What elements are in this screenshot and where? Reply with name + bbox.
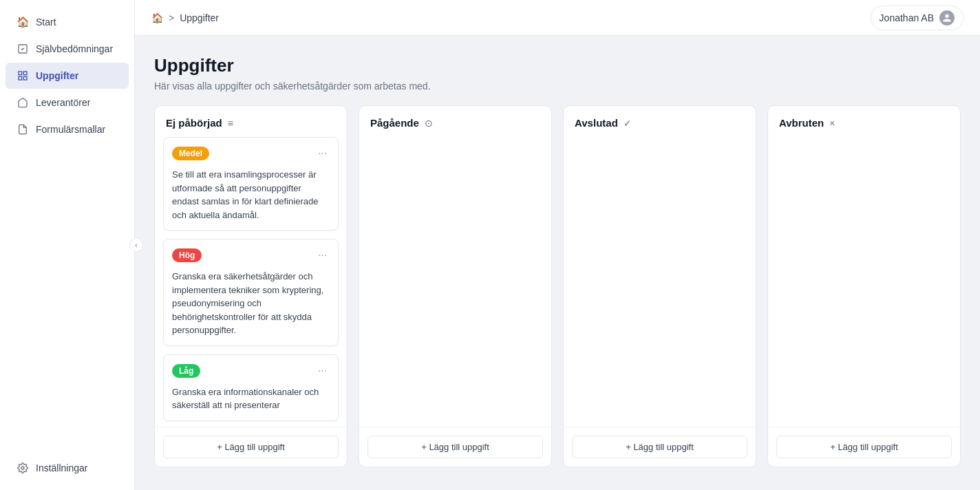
card-header: Låg ··· <box>172 363 330 379</box>
column-title-ej-paborjad: Ej påbörjad <box>166 117 222 129</box>
home-icon[interactable]: 🏠 <box>151 12 163 23</box>
column-title-avbruten: Avbruten <box>779 117 824 129</box>
card-menu-button[interactable]: ··· <box>315 363 330 379</box>
column-header-avslutad: Avslutad ✓ <box>564 106 756 137</box>
sidebar-label-installningar: Inställningar <box>36 462 88 473</box>
breadcrumb: 🏠 > Uppgifter <box>151 12 219 23</box>
column-status-icon-avslutad: ✓ <box>624 118 632 129</box>
svg-point-5 <box>21 467 24 469</box>
kanban-column-pagaende: Pågående ⊙ + Lägg till uppgift <box>359 105 552 467</box>
sidebar-icon-leverantorer <box>17 96 29 109</box>
sidebar-icon-sjalvbedomningar <box>17 43 29 55</box>
priority-badge: Låg <box>172 364 200 378</box>
breadcrumb-current: Uppgifter <box>180 12 219 23</box>
card-text: Se till att era insamlingsprocesser är u… <box>172 168 330 222</box>
sidebar-item-sjalvbedomningar[interactable]: Självbedömningar <box>6 36 129 62</box>
column-cards-ej-paborjad: Medel ··· Se till att era insamlingsproc… <box>155 137 347 427</box>
priority-badge: Hög <box>172 248 202 262</box>
task-card[interactable]: Låg ··· Granska era informationskanaler … <box>163 354 339 421</box>
column-title-pagaende: Pågående <box>370 117 419 129</box>
sidebar-item-installningar[interactable]: Inställningar <box>6 455 129 481</box>
card-text: Granska era säkerhetsåtgärder och implem… <box>172 270 330 337</box>
column-status-icon-avbruten: × <box>829 118 835 129</box>
column-cards-avbruten <box>768 137 960 427</box>
sidebar-item-leverantorer[interactable]: Leverantörer <box>6 89 129 116</box>
avatar <box>939 10 955 25</box>
svg-rect-3 <box>19 76 22 80</box>
column-footer-avbruten: + Lägg till uppgift <box>768 427 960 467</box>
user-name: Jonathan AB <box>880 12 934 23</box>
column-footer-ej-paborjad: + Lägg till uppgift <box>155 427 347 467</box>
task-card[interactable]: Medel ··· Se till att era insamlingsproc… <box>163 137 339 231</box>
kanban-column-avbruten: Avbruten × + Lägg till uppgift <box>767 105 961 467</box>
main-content: 🏠 > Uppgifter Jonathan AB Uppgifter Här … <box>135 0 980 490</box>
sidebar-icon-start: 🏠 <box>17 16 29 28</box>
sidebar-label-start: Start <box>36 17 56 28</box>
column-footer-pagaende: + Lägg till uppgift <box>359 427 551 467</box>
svg-rect-2 <box>23 72 27 75</box>
sidebar-label-leverantorer: Leverantörer <box>36 97 90 108</box>
column-header-pagaende: Pågående ⊙ <box>359 106 551 137</box>
topbar: 🏠 > Uppgifter Jonathan AB <box>135 0 980 36</box>
sidebar-label-formularsmaller: Formulärsmallar <box>36 124 105 135</box>
add-task-button[interactable]: + Lägg till uppgift <box>572 436 747 458</box>
sidebar-collapse-button[interactable]: ‹ <box>129 238 143 252</box>
column-cards-avslutad <box>564 137 756 427</box>
page-title: Uppgifter <box>154 55 961 76</box>
sidebar-icon-installningar <box>17 462 29 474</box>
column-cards-pagaende <box>359 137 551 427</box>
card-header: Hög ··· <box>172 248 330 263</box>
sidebar-icon-formularsmaller <box>17 123 29 136</box>
add-task-button[interactable]: + Lägg till uppgift <box>163 436 339 458</box>
column-title-avslutad: Avslutad <box>575 117 618 129</box>
sidebar-label-uppgifter: Uppgifter <box>36 70 78 81</box>
breadcrumb-separator: > <box>169 12 174 23</box>
svg-rect-1 <box>19 72 22 75</box>
sidebar-label-sjalvbedomningar: Självbedömningar <box>36 43 113 54</box>
priority-badge: Medel <box>172 147 209 160</box>
sidebar: 🏠 Start Självbedömningar Uppgifter Lever… <box>0 0 135 490</box>
sidebar-item-formularsmaller[interactable]: Formulärsmallar <box>6 116 129 142</box>
card-header: Medel ··· <box>172 146 330 161</box>
card-text: Granska era informationskanaler och säke… <box>172 385 330 412</box>
card-menu-button[interactable]: ··· <box>315 146 330 161</box>
column-footer-avslutad: + Lägg till uppgift <box>564 427 756 467</box>
column-status-icon-pagaende: ⊙ <box>425 118 433 129</box>
add-task-button[interactable]: + Lägg till uppgift <box>776 436 952 458</box>
task-card[interactable]: Hög ··· Granska era säkerhetsåtgärder oc… <box>163 239 339 346</box>
sidebar-item-start[interactable]: 🏠 Start <box>6 9 129 35</box>
sidebar-item-uppgifter[interactable]: Uppgifter <box>6 63 129 89</box>
add-task-button[interactable]: + Lägg till uppgift <box>368 436 543 458</box>
kanban-board: Ej påbörjad ≡ Medel ··· Se till att era … <box>154 105 961 467</box>
page-content: Uppgifter Här visas alla uppgifter och s… <box>135 36 980 490</box>
column-header-ej-paborjad: Ej påbörjad ≡ <box>155 106 347 137</box>
sidebar-icon-uppgifter <box>17 70 29 82</box>
card-menu-button[interactable]: ··· <box>315 248 330 263</box>
kanban-column-ej-paborjad: Ej påbörjad ≡ Medel ··· Se till att era … <box>154 105 348 467</box>
page-subtitle: Här visas alla uppgifter och säkerhetsåt… <box>154 81 961 92</box>
kanban-column-avslutad: Avslutad ✓ + Lägg till uppgift <box>563 105 756 467</box>
user-badge[interactable]: Jonathan AB <box>871 6 963 30</box>
svg-rect-4 <box>23 76 27 80</box>
column-header-avbruten: Avbruten × <box>768 106 960 137</box>
column-status-icon-ej-paborjad: ≡ <box>228 118 233 129</box>
